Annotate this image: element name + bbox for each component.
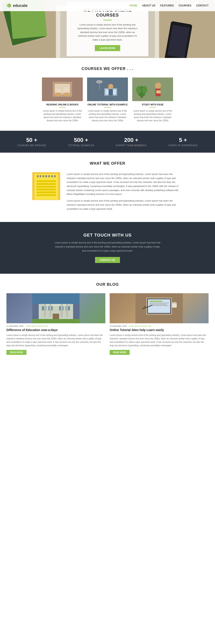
blog-category-2: Lorem Ipsum Dummy Text [129,325,151,327]
stat-number-4: 5 + [168,137,198,144]
stat-label-2: TUTORIAL EXAMPLES [68,144,94,146]
notepad-line-2 [37,183,56,185]
blog-title-1: Difference of Education now-a-days [7,328,105,332]
get-touch-title: GET TOUCH WITH US [7,233,208,238]
blog-meta-2: 11 December, 2015 Lorem Ipsum Dummy Text [110,325,208,327]
course-desc-2: Lorem ipsum is simply dummy text of the … [87,109,128,122]
blog-img-svg-2 [110,293,208,323]
get-touch-section: GET TOUCH WITH US Lorem ipsum is simply … [0,222,215,274]
svg-point-22 [54,92,62,96]
stat-number-2: 500 + [68,137,94,144]
svg-rect-60 [149,304,167,304]
hero-description: Lorem ipsum is simply dummy text of the … [75,23,140,42]
blog-image-2 [110,293,208,323]
stat-item-4: 5 + YEARS OF EXPERIENCE [168,137,198,146]
what-we-offer-title: WHAT WE OFFER [7,161,208,166]
contact-us-button[interactable]: CONTACT US [95,257,120,263]
svg-rect-30 [109,89,113,96]
svg-rect-59 [149,303,169,303]
course-image-2 [87,78,128,101]
notepad-line-5 [37,192,56,193]
stat-label-3: EXPERT TEAM MEMBERS [116,144,146,146]
blog-grid: 11 December, 2015 Lorem Ipsum Dummy Text… [7,293,208,355]
spiral-2 [40,175,41,177]
hero-divider [103,20,112,20]
nav-links: HOME ABOUT US FEATURES COURSES CONTACT [129,4,208,7]
offer-paragraph-1: Lorem ipsum is simply dummy text of the … [67,172,183,196]
svg-rect-38 [156,90,161,94]
svg-rect-47 [44,304,46,317]
blog-desc-1: Lorem ipsum is simply dummy text of the … [7,334,105,347]
spiral-7 [54,175,56,177]
svg-rect-49 [61,304,63,317]
blog-category-1: Lorem Ipsum Dummy Text [26,325,48,327]
notepad-line-1 [37,180,56,182]
notepad-line-4 [37,189,56,190]
course-divider-3 [149,107,156,108]
svg-point-28 [96,80,103,84]
logo-icon [7,3,12,8]
offer-paragraph-2: Lorem ipsum is simply dummy text of the … [67,199,183,211]
notepad-line-3 [37,186,56,188]
course-img-svg-3 [132,78,173,101]
svg-point-37 [142,86,147,94]
navbar: educate HOME ABOUT US FEATURES COURSES C… [0,0,215,11]
what-we-offer-section: WHAT WE OFFER [0,153,215,222]
offer-image [32,172,60,200]
svg-point-32 [155,83,161,89]
course-image-1 [42,78,83,101]
svg-point-64 [172,302,177,304]
courses-section: COURSES WE OFFER . . . [0,58,215,131]
course-card-2: ONLINE TUTORIAL WITH EXAMPLE Lorem ipsum… [87,78,128,122]
notepad-spirals [34,175,58,177]
stat-number-1: 50 + [18,137,46,144]
course-title-1: READING ONLINE E-BOOKS [42,103,83,106]
logo-text: educate [13,4,28,8]
nav-contact[interactable]: CONTACT [196,4,208,7]
offer-content: Lorem ipsum is simply dummy text of the … [32,172,183,214]
svg-point-36 [136,86,141,94]
logo[interactable]: educate [7,3,28,8]
course-image-3 [132,78,173,101]
spiral-3 [43,175,44,177]
spiral-4 [45,175,47,177]
svg-rect-51 [32,319,80,323]
course-desc-1: Lorem ipsum is simply dummy text of the … [42,109,83,122]
notepad-lines [34,174,58,199]
courses-section-title: COURSES WE OFFER . . . [7,66,208,71]
nav-features[interactable]: FEATURES [160,4,174,7]
notepad-graphic [34,174,58,200]
blog-read-more-1[interactable]: READ MORE [7,350,27,355]
course-title-3: STUDY WITH EASE [132,103,173,106]
course-img-svg-2 [87,78,128,101]
get-touch-description: Lorem ipsum is simply dummy text of the … [54,241,161,253]
svg-rect-50 [66,304,68,317]
stat-label-4: YEARS OF EXPERIENCE [168,144,198,146]
blog-section: OUR BLOG [0,274,215,364]
svg-point-23 [63,92,71,96]
blog-img-svg-1 [7,293,105,323]
blog-card-2: 11 December, 2015 Lorem Ipsum Dummy Text… [110,293,208,355]
nav-courses[interactable]: COURSES [179,4,191,7]
stat-item-3: 200 + EXPERT TEAM MEMBERS [116,137,146,146]
course-divider-2 [104,107,111,108]
nav-home[interactable]: HOME [129,4,137,7]
nav-about[interactable]: ABOUT US [142,4,155,7]
notepad-line-6 [37,194,56,196]
course-divider-1 [59,107,66,108]
courses-grid: READING ONLINE E-BOOKS Lorem ipsum is si… [7,78,208,122]
blog-meta-1: 11 December, 2015 Lorem Ipsum Dummy Text [7,325,105,327]
hero-cta-button[interactable]: LEARN MORE [95,45,120,51]
blog-title-2: Online Tutorial Sites help Learn easily [110,328,208,332]
spiral-1 [37,175,39,177]
stat-label-1: COURSES WE PROVIDE [18,144,46,146]
course-desc-3: Lorem ipsum is simply dummy text of the … [132,109,173,122]
blog-date-1: 11 December, 2015 [7,325,24,327]
offer-text: Lorem ipsum is simply dummy text of the … [67,172,183,214]
blog-desc-2: Lorem ipsum is simply dummy text of the … [110,334,208,347]
svg-point-29 [108,84,113,89]
stat-number-3: 200 + [116,137,146,144]
svg-rect-52 [32,293,80,304]
blog-read-more-2[interactable]: READ MORE [110,350,130,355]
spiral-5 [48,175,50,177]
